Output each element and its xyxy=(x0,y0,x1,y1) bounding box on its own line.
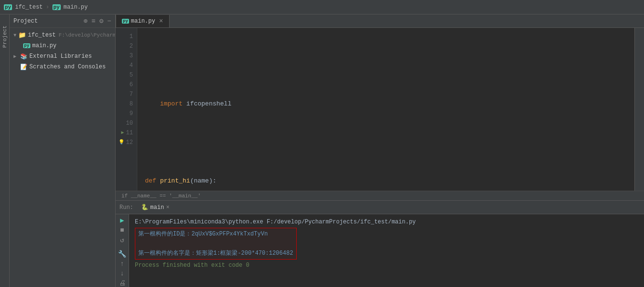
code-content[interactable]: import ifcopenshell def print_hi(name): … xyxy=(137,28,634,191)
editor-footer: if __name__ == '__main__' xyxy=(116,191,644,200)
code-line-4: def print_hi(name): xyxy=(145,176,634,186)
code-line-3 xyxy=(145,138,634,147)
run-output-id-line: 第一根构件的ID是：2qUxV$GxPFPx4YkTxdTyVn xyxy=(138,229,293,239)
editor-tabs: py main.py × xyxy=(116,14,644,28)
ln-11: ▶ 11 xyxy=(118,128,133,138)
title-file-icon: py xyxy=(53,4,61,10)
py-file-icon: py xyxy=(23,43,30,48)
id-value: 2qUxV$GxPFPx4YkTxdTyVn xyxy=(191,231,267,237)
tree-item-ext-libs[interactable]: ▶ 📚 External Libraries xyxy=(10,51,115,62)
minus-icon[interactable]: − xyxy=(107,17,111,25)
title-project-name: ifc_test xyxy=(15,4,43,11)
ln-9: 9 xyxy=(118,109,133,118)
run-wrench-btn[interactable]: 🔧 xyxy=(118,250,127,258)
tree-item-main-py[interactable]: py main.py xyxy=(10,40,115,51)
project-panel: Project ⊕ ≡ ⚙ − ▼ 📁 ifc_test F:\develop\… xyxy=(10,14,116,287)
run-tab-icon: 🐍 xyxy=(141,204,148,211)
ln-10: 10 xyxy=(118,118,133,128)
run-label: Run: xyxy=(119,204,133,211)
ext-libs-label: External Libraries xyxy=(29,53,92,60)
code-editor: 1 2 3 4 5 6 7 8 9 10 ▶ 11 💡 12 xyxy=(116,28,644,191)
run-rerun-btn[interactable]: ↺ xyxy=(118,236,127,244)
run-sidebar: ▶ ■ ↺ 🔧 ↑ ↓ 🖨 xyxy=(116,214,129,287)
run-play-btn[interactable]: ▶ xyxy=(118,216,127,224)
ln-5: 5 xyxy=(118,70,133,80)
right-gutter xyxy=(634,28,644,191)
root-folder-icon: 📁 xyxy=(18,31,26,39)
run-process-line: Process finished with exit code 0 xyxy=(135,261,638,270)
root-label: ifc_test xyxy=(28,32,56,39)
editor-area: py main.py × 1 2 3 4 5 6 7 8 9 10 ▶ 11 xyxy=(116,14,644,287)
ln-7: 7 xyxy=(118,90,133,99)
title-file-tab: main.py xyxy=(64,4,88,11)
left-strip: Project xyxy=(0,14,10,287)
plus-icon[interactable]: ⊕ xyxy=(83,17,87,25)
run-tab-close[interactable]: × xyxy=(166,204,170,211)
run-print-btn[interactable]: 🖨 xyxy=(118,279,127,287)
run-stop-btn[interactable]: ■ xyxy=(118,226,127,234)
tree-root[interactable]: ▼ 📁 ifc_test F:\develop\PycharmProjects\… xyxy=(10,30,115,40)
run-panel: Run: 🐍 main × ▶ ■ ↺ 🔧 ↑ ↓ 🖨 xyxy=(116,200,644,287)
scratches-icon: 📝 xyxy=(20,64,27,71)
ln-12: 💡 12 xyxy=(118,138,133,147)
run-tab-main[interactable]: 🐍 main × xyxy=(137,203,173,212)
run-output-name-line: 第一根构件的名字是：矩形梁1:框架梁-200*470:1206482 xyxy=(138,248,293,258)
gear-icon[interactable]: ⚙ xyxy=(99,17,103,25)
root-arrow: ▼ xyxy=(13,33,16,38)
ext-libs-arrow: ▶ xyxy=(13,53,18,59)
ln-1: 1 xyxy=(118,32,133,41)
main-area: Project Project ⊕ ≡ ⚙ − ▼ 📁 ifc_test F:\… xyxy=(0,14,644,287)
root-path: F:\develop\PycharmProjects\ifc_test xyxy=(59,32,115,38)
tab-file-icon: py xyxy=(122,19,129,24)
name-value: 矩形梁1:框架梁-200*470:1206482 xyxy=(196,250,293,257)
ext-libs-icon: 📚 xyxy=(20,53,27,60)
title-separator: › xyxy=(46,3,50,11)
line-numbers: 1 2 3 4 5 6 7 8 9 10 ▶ 11 💡 12 xyxy=(116,28,137,191)
project-icon: py xyxy=(4,4,12,10)
run-up-btn[interactable]: ↑ xyxy=(118,260,127,268)
code-line-1 xyxy=(145,61,634,70)
project-tree: ▼ 📁 ifc_test F:\develop\PycharmProjects\… xyxy=(10,28,115,287)
ln-6: 6 xyxy=(118,80,133,90)
tree-item-scratches[interactable]: 📝 Scratches and Consoles xyxy=(10,62,115,72)
main-py-label: main.py xyxy=(32,42,56,49)
editor-tab-main-py[interactable]: py main.py × xyxy=(116,15,170,27)
bulb-icon: 💡 xyxy=(118,138,124,147)
code-line-2: import ifcopenshell xyxy=(145,99,634,109)
run-content-area: ▶ ■ ↺ 🔧 ↑ ↓ 🖨 E:\ProgramFiles\miniconda3… xyxy=(116,214,644,287)
tab-close-btn[interactable]: × xyxy=(159,17,163,25)
scratches-label: Scratches and Consoles xyxy=(29,64,105,70)
run-output[interactable]: E:\ProgramFiles\miniconda3\python.exe F:… xyxy=(129,214,644,287)
footer-text: if __name__ == '__main__' xyxy=(121,193,201,199)
title-bar: py ifc_test › py main.py xyxy=(0,0,644,14)
ln-4: 4 xyxy=(118,61,133,70)
run-down-btn[interactable]: ↓ xyxy=(118,270,127,277)
run-tabs: Run: 🐍 main × xyxy=(116,201,644,214)
run-output-highlight-box: 第一根构件的ID是：2qUxV$GxPFPx4YkTxdTyVn 第一根构件的名… xyxy=(135,228,297,260)
list-icon[interactable]: ≡ xyxy=(92,17,95,25)
tab-label: main.py xyxy=(131,18,155,25)
ln-8: 8 xyxy=(118,99,133,109)
ln-2: 2 xyxy=(118,41,133,51)
run-arrow-icon: ▶ xyxy=(121,128,124,138)
run-command-line: E:\ProgramFiles\miniconda3\python.exe F:… xyxy=(135,217,638,227)
project-label: Project xyxy=(13,18,81,25)
project-toggle[interactable]: Project xyxy=(0,17,10,56)
project-panel-header: Project ⊕ ≡ ⚙ − xyxy=(10,14,115,28)
ln-3: 3 xyxy=(118,51,133,61)
run-tab-label: main xyxy=(150,204,164,211)
